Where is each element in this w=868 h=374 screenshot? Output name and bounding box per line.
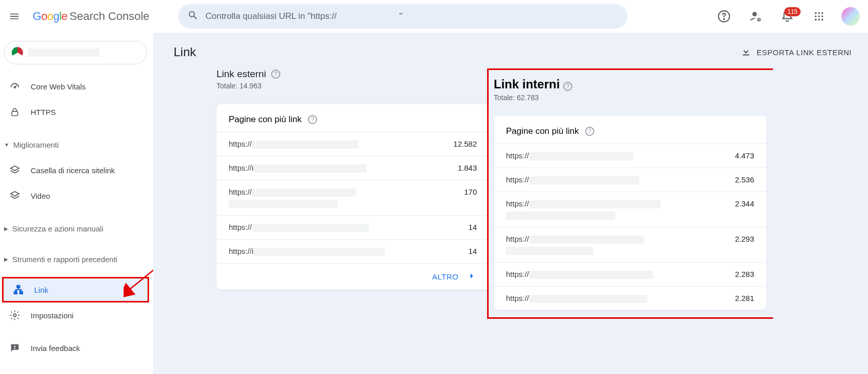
more-label: ALTRO xyxy=(432,272,459,281)
speed-icon xyxy=(9,81,20,92)
chevron-right-icon: ▶ xyxy=(4,226,8,231)
svg-point-6 xyxy=(822,12,824,14)
svg-rect-16 xyxy=(14,292,17,294)
table-row[interactable]: https://12.582 xyxy=(216,132,489,156)
svg-rect-19 xyxy=(14,345,15,347)
help-icon[interactable]: ? xyxy=(563,82,572,91)
external-total: Totale: 14.963 xyxy=(216,82,493,90)
card-title: Pagine con più link xyxy=(506,126,579,136)
export-external-links-button[interactable]: ESPORTA LINK ESTERNI xyxy=(740,46,852,59)
external-top-pages-card: Pagine con più link ? https://12.582http… xyxy=(216,104,489,290)
app-header: Google Search Console 115 xyxy=(0,0,868,33)
help-icon[interactable]: ? xyxy=(271,69,280,79)
sidebar-section-label: Strumenti e rapporti precedenti xyxy=(12,255,117,264)
table-row[interactable]: https://2.283 xyxy=(494,262,766,286)
users-settings-icon[interactable] xyxy=(744,5,767,28)
link-count: 2.293 xyxy=(729,235,754,243)
link-count: 2.344 xyxy=(729,199,754,208)
table-row[interactable]: https://14 xyxy=(216,215,489,239)
layers-icon xyxy=(9,165,20,176)
page-url: https:// xyxy=(506,235,729,255)
svg-rect-14 xyxy=(12,111,18,115)
table-row[interactable]: https://2.293 xyxy=(494,227,766,262)
help-icon[interactable]: ? xyxy=(308,115,317,124)
link-count: 4.473 xyxy=(729,151,754,160)
property-favicon xyxy=(12,47,23,58)
sidebar-section-security[interactable]: ▶ Sicurezza e azioni manuali xyxy=(0,216,153,241)
external-links-column: Link esterni ? Totale: 14.963 Pagine con… xyxy=(216,68,493,319)
lock-icon xyxy=(9,107,20,117)
sidebar-item-label: Casella di ricerca sitelink xyxy=(31,166,115,175)
page-url: https:// xyxy=(506,175,729,184)
link-count: 1.843 xyxy=(451,163,477,172)
internal-top-pages-card: Pagine con più link ? https://4.473https… xyxy=(494,116,766,310)
svg-rect-20 xyxy=(14,348,15,349)
url-inspect-search[interactable] xyxy=(178,4,628,29)
svg-point-10 xyxy=(815,19,817,21)
link-count: 2.281 xyxy=(729,294,754,302)
sidebar-item-https[interactable]: HTTPS xyxy=(0,99,153,125)
svg-point-2 xyxy=(753,12,757,16)
link-count: 12.582 xyxy=(447,139,477,148)
table-row[interactable]: https://i14 xyxy=(216,239,489,263)
sidebar-item-label: HTTPS xyxy=(31,108,56,116)
notifications-icon[interactable]: 115 xyxy=(776,5,799,28)
help-icon[interactable] xyxy=(713,5,735,28)
notifications-badge: 115 xyxy=(784,7,801,16)
svg-rect-15 xyxy=(17,286,20,288)
section-heading: Link esterni xyxy=(216,68,266,80)
apps-grid-icon[interactable] xyxy=(808,5,830,28)
link-count: 2.536 xyxy=(729,175,754,184)
svg-point-12 xyxy=(822,19,824,21)
feedback-icon xyxy=(9,342,20,354)
sidebar-section-miglioramenti[interactable]: ▼ Miglioramenti xyxy=(0,132,153,157)
account-avatar[interactable] xyxy=(841,7,860,26)
table-row[interactable]: https://2.344 xyxy=(494,192,766,227)
sidebar-section-label: Sicurezza e azioni manuali xyxy=(12,224,103,233)
hamburger-menu-icon[interactable] xyxy=(2,4,27,29)
card-title: Pagine con più link xyxy=(229,114,302,125)
page-url: https:// xyxy=(506,151,729,160)
chevron-down-icon: ▼ xyxy=(4,142,9,148)
sidebar-item-label: Invia feedback xyxy=(31,344,80,353)
property-selector[interactable] xyxy=(4,41,147,64)
sidebar-item-core-web-vitals[interactable]: Core Web Vitals xyxy=(0,74,153,99)
table-row[interactable]: https://170 xyxy=(216,180,489,215)
svg-point-9 xyxy=(822,15,824,17)
page-url: https://i xyxy=(229,163,451,173)
sidebar-item-settings[interactable]: Impostazioni xyxy=(0,302,153,328)
table-row[interactable]: https://i1.843 xyxy=(216,156,489,180)
sidebar-item-feedback[interactable]: Invia feedback xyxy=(0,335,153,361)
svg-point-7 xyxy=(815,15,817,17)
search-icon xyxy=(187,10,199,23)
svg-point-11 xyxy=(818,19,820,21)
more-button[interactable]: ALTRO xyxy=(216,263,489,290)
table-row[interactable]: https://4.473 xyxy=(494,144,766,168)
main-content: Link ESPORTA LINK ESTERNI Link esterni ?… xyxy=(153,33,868,374)
svg-point-13 xyxy=(14,86,16,88)
sidebar-item-label: Link xyxy=(34,286,49,294)
sitemap-icon xyxy=(13,284,24,295)
page-url: https:// xyxy=(229,188,458,208)
link-count: 170 xyxy=(458,188,477,196)
svg-point-4 xyxy=(815,12,817,14)
sidebar-item-sitelink-searchbox[interactable]: Casella di ricerca sitelink xyxy=(0,157,153,183)
download-icon xyxy=(740,46,752,59)
link-count: 2.283 xyxy=(729,270,754,278)
page-url: https://i xyxy=(229,247,462,256)
url-inspect-input[interactable] xyxy=(199,11,623,21)
svg-rect-17 xyxy=(20,292,23,294)
sidebar-item-video[interactable]: Video xyxy=(0,183,153,208)
svg-point-5 xyxy=(818,12,820,14)
section-heading: Link interni xyxy=(494,77,560,91)
sidebar-item-link[interactable]: Link xyxy=(2,277,149,302)
help-icon[interactable]: ? xyxy=(585,127,594,136)
product-logo[interactable]: Google Search Console xyxy=(33,10,150,23)
page-url: https:// xyxy=(506,294,729,303)
page-url: https:// xyxy=(229,223,462,232)
chevron-right-icon: ▶ xyxy=(4,256,8,262)
table-row[interactable]: https://2.281 xyxy=(494,286,766,310)
gear-icon xyxy=(9,310,20,321)
table-row[interactable]: https://2.536 xyxy=(494,168,766,192)
sidebar-section-legacy-tools[interactable]: ▶ Strumenti e rapporti precedenti xyxy=(0,246,153,272)
